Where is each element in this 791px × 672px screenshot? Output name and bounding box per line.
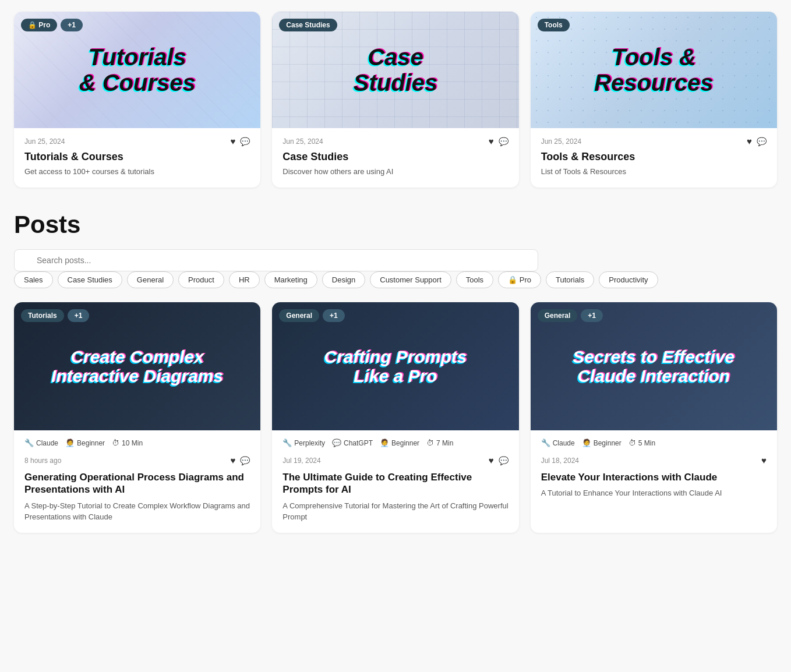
- filter-tag-case-studies[interactable]: Case Studies: [58, 271, 122, 288]
- comment-icon[interactable]: 💬: [240, 137, 250, 146]
- card-title-overlay: CaseStudies: [344, 44, 447, 96]
- tool-label: Claude: [36, 439, 58, 447]
- post-card-post-2[interactable]: General+1 Crafting PromptsLike a Pro 🔧 P…: [272, 302, 518, 533]
- badge: General: [279, 309, 319, 322]
- filter-tag-design[interactable]: Design: [322, 271, 365, 288]
- post-date: 8 hours ago: [24, 457, 61, 465]
- post-card-title: Elevate Your Interactions with Claude: [541, 471, 767, 483]
- tool-icon: 🔧: [282, 438, 292, 447]
- post-card-image: General+1 Secrets to EffectiveClaude Int…: [531, 302, 777, 430]
- badge-area: Tools: [538, 19, 570, 31]
- post-card-body: 🔧 Perplexity 💬 ChatGPT 🧑‍💼 Beginner ⏱ 7 …: [272, 430, 518, 533]
- post-tools-row: 🔧 Perplexity 💬 ChatGPT 🧑‍💼 Beginner ⏱ 7 …: [282, 438, 508, 447]
- tool-icon: 🔧: [541, 438, 550, 447]
- filter-tag-tutorials[interactable]: Tutorials: [546, 271, 594, 288]
- filter-tag-general[interactable]: General: [127, 271, 174, 288]
- heart-icon[interactable]: ♥: [747, 136, 752, 146]
- featured-card-case-studies[interactable]: Case Studies CaseStudies Jun 25, 2024 ♥ …: [272, 12, 518, 188]
- heart-icon[interactable]: ♥: [489, 136, 494, 146]
- posts-grid: Tutorials+1 Create ComplexInteractive Di…: [14, 302, 777, 533]
- post-meta: 8 hours ago ♥ 💬: [24, 455, 250, 465]
- post-date: Jul 18, 2024: [541, 457, 579, 465]
- tool-item: 🔧 Claude: [541, 438, 575, 447]
- card-description: Discover how others are using AI: [282, 167, 508, 177]
- tool-label: Perplexity: [294, 439, 325, 447]
- card-title: Tutorials & Courses: [24, 151, 250, 163]
- card-meta: Jun 25, 2024 ♥ 💬: [541, 136, 767, 146]
- tool-icon: 🔧: [24, 438, 34, 447]
- card-body: Jun 25, 2024 ♥ 💬 Tutorials & Courses Get…: [14, 128, 260, 188]
- card-description: List of Tools & Resources: [541, 167, 767, 177]
- tool-item: 🧑‍💼 Beginner: [65, 438, 105, 447]
- comment-icon[interactable]: 💬: [499, 137, 509, 146]
- tool-item: 🧑‍💼 Beginner: [582, 438, 622, 447]
- comment-icon[interactable]: 💬: [757, 137, 767, 146]
- post-card-title: The Ultimate Guide to Creating Effective…: [282, 471, 508, 496]
- post-meta: Jul 18, 2024 ♥: [541, 455, 767, 465]
- card-body: Jun 25, 2024 ♥ 💬 Tools & Resources List …: [531, 128, 777, 188]
- post-card-body: 🔧 Claude 🧑‍💼 Beginner ⏱ 5 Min Jul 18, 20…: [531, 430, 777, 510]
- tool-item: ⏱ 5 Min: [628, 438, 655, 447]
- card-title-overlay: Tutorials& Courses: [70, 44, 205, 96]
- tool-item: 🔧 Perplexity: [282, 438, 325, 447]
- post-title-overlay: Create ComplexInteractive Diagrams: [41, 347, 234, 385]
- post-badge-area: General+1: [538, 309, 603, 322]
- heart-icon[interactable]: ♥: [230, 455, 235, 465]
- post-actions: ♥ 💬: [230, 455, 250, 465]
- search-wrapper: 🔍: [14, 249, 538, 271]
- filter-tag-customer-support[interactable]: Customer Support: [370, 271, 451, 288]
- tool-item: ⏱ 7 Min: [426, 438, 453, 447]
- post-title-overlay: Crafting PromptsLike a Pro: [313, 347, 477, 385]
- featured-card-tools[interactable]: Tools Tools &Resources Jun 25, 2024 ♥ 💬 …: [531, 12, 777, 188]
- tool-item: 🔧 Claude: [24, 438, 58, 447]
- filter-tag--pro[interactable]: 🔒 Pro: [498, 271, 541, 288]
- tool-label: Beginner: [77, 439, 105, 447]
- tool-label: 5 Min: [638, 439, 655, 447]
- filter-tag-tools[interactable]: Tools: [456, 271, 493, 288]
- card-actions: ♥ 💬: [747, 136, 767, 146]
- posts-section: Posts 🔍 SalesCase StudiesGeneralProductH…: [14, 211, 777, 533]
- card-actions: ♥ 💬: [489, 136, 509, 146]
- card-meta: Jun 25, 2024 ♥ 💬: [282, 136, 508, 146]
- post-badge-area: General+1: [279, 309, 344, 322]
- filter-tag-hr[interactable]: HR: [229, 271, 260, 288]
- filter-tag-product[interactable]: Product: [178, 271, 224, 288]
- card-title: Tools & Resources: [541, 151, 767, 163]
- comment-icon[interactable]: 💬: [240, 456, 250, 465]
- heart-icon[interactable]: ♥: [489, 455, 494, 465]
- badge: +1: [61, 19, 83, 31]
- post-tools-row: 🔧 Claude 🧑‍💼 Beginner ⏱ 5 Min: [541, 438, 767, 447]
- badge: Case Studies: [279, 19, 337, 31]
- post-title-overlay: Secrets to EffectiveClaude Interaction: [562, 347, 745, 385]
- filter-tag-productivity[interactable]: Productivity: [599, 271, 658, 288]
- filter-tag-sales[interactable]: Sales: [14, 271, 53, 288]
- post-card-post-1[interactable]: Tutorials+1 Create ComplexInteractive Di…: [14, 302, 260, 533]
- card-body: Jun 25, 2024 ♥ 💬 Case Studies Discover h…: [272, 128, 518, 188]
- post-card-body: 🔧 Claude 🧑‍💼 Beginner ⏱ 10 Min 8 hours a…: [14, 430, 260, 533]
- badge: +1: [68, 309, 90, 322]
- post-card-description: A Comprehensive Tutorial for Mastering t…: [282, 501, 508, 523]
- post-date: Jul 19, 2024: [282, 457, 320, 465]
- badge: General: [538, 309, 578, 322]
- tool-item: 💬 ChatGPT: [332, 438, 373, 447]
- card-meta: Jun 25, 2024 ♥ 💬: [24, 136, 250, 146]
- tool-icon: 🧑‍💼: [65, 438, 75, 447]
- post-actions: ♥ 💬: [489, 455, 509, 465]
- tool-label: 10 Min: [122, 439, 143, 447]
- search-input[interactable]: [14, 249, 538, 271]
- card-date: Jun 25, 2024: [24, 137, 65, 146]
- post-card-image: General+1 Crafting PromptsLike a Pro: [272, 302, 518, 430]
- badge: Tutorials: [21, 309, 64, 322]
- post-meta: Jul 19, 2024 ♥ 💬: [282, 455, 508, 465]
- filter-tags: SalesCase StudiesGeneralProductHRMarketi…: [14, 271, 777, 288]
- featured-card-tutorials[interactable]: 🔒 Pro+1 Tutorials& Courses Jun 25, 2024 …: [14, 12, 260, 188]
- filter-tag-marketing[interactable]: Marketing: [264, 271, 317, 288]
- post-card-description: A Tutorial to Enhance Your Interactions …: [541, 488, 767, 499]
- post-card-post-3[interactable]: General+1 Secrets to EffectiveClaude Int…: [531, 302, 777, 533]
- tool-icon: 🧑‍💼: [582, 438, 591, 447]
- heart-icon[interactable]: ♥: [761, 455, 767, 465]
- card-title: Case Studies: [282, 151, 508, 163]
- tool-label: Beginner: [594, 439, 622, 447]
- comment-icon[interactable]: 💬: [499, 456, 509, 465]
- heart-icon[interactable]: ♥: [230, 136, 235, 146]
